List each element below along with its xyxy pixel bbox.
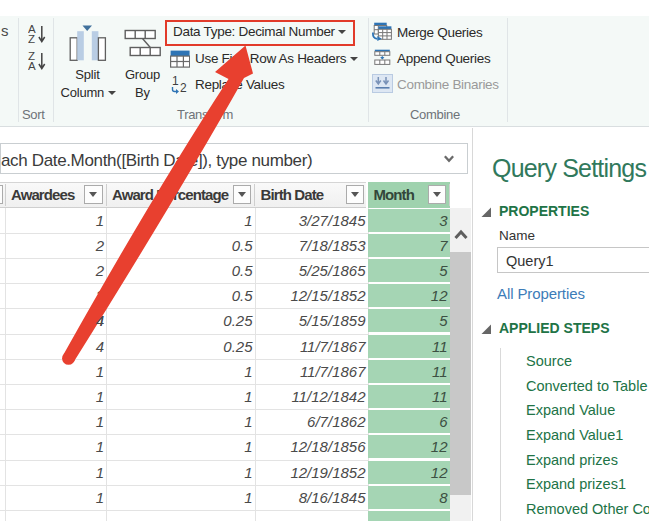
svg-text:Z: Z — [28, 33, 35, 45]
svg-text:1: 1 — [172, 75, 179, 88]
svg-text:A: A — [28, 60, 36, 72]
svg-text:2: 2 — [180, 81, 187, 95]
